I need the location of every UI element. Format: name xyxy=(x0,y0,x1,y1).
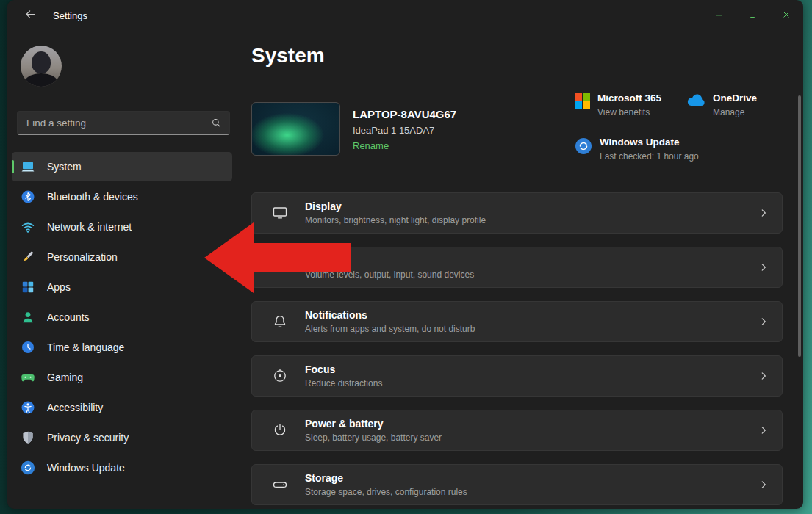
sidebar-item-accessibility[interactable]: Accessibility xyxy=(12,393,232,422)
windows-update-status-icon xyxy=(575,137,592,158)
page-title: System xyxy=(251,44,325,68)
chevron-right-icon xyxy=(758,479,769,490)
sidebar-item-apps[interactable]: Apps xyxy=(12,272,232,302)
sidebar-item-label: Personalization xyxy=(47,251,118,263)
sidebar-nav: System Bluetooth & devices Network & int… xyxy=(12,152,232,483)
back-button[interactable] xyxy=(19,4,41,26)
clock-icon xyxy=(21,340,35,355)
minimize-icon xyxy=(714,10,725,21)
desktop-background: { "titlebar": { "title": "Settings" }, "… xyxy=(0,0,812,514)
sidebar-item-label: Accessibility xyxy=(47,402,103,413)
row-title: Notifications xyxy=(305,309,758,321)
chevron-right-icon xyxy=(758,425,769,435)
sidebar-item-personalization[interactable]: Personalization xyxy=(12,242,232,272)
close-button[interactable] xyxy=(769,0,803,29)
sidebar-item-label: Bluetooth & devices xyxy=(47,191,138,203)
rename-link[interactable]: Rename xyxy=(353,140,456,151)
row-subtitle: Reduce distractions xyxy=(305,378,758,388)
device-info: LAPTOP-8AVU4G67 IdeaPad 1 15ADA7 Rename xyxy=(353,108,456,151)
row-title: Storage xyxy=(305,472,758,484)
close-icon xyxy=(781,10,791,20)
sidebar-item-gaming[interactable]: Gaming xyxy=(12,363,232,392)
scrollbar[interactable] xyxy=(798,95,801,357)
sidebar-item-label: Time & language xyxy=(47,341,124,353)
user-avatar[interactable] xyxy=(21,46,62,87)
system-icon xyxy=(21,159,35,174)
quick-link-subtitle: View benefits xyxy=(597,107,661,117)
brush-icon xyxy=(21,250,35,264)
window-title: Settings xyxy=(53,10,87,21)
sidebar-item-label: Privacy & security xyxy=(47,432,129,444)
sidebar-item-label: Gaming xyxy=(47,372,83,383)
device-name: LAPTOP-8AVU4G67 xyxy=(353,108,456,120)
search-icon[interactable] xyxy=(211,117,222,128)
quick-link-subtitle: Last checked: 1 hour ago xyxy=(600,151,699,162)
selected-accent-pill xyxy=(12,160,14,173)
quick-links: Microsoft 365 View benefits OneDrive Man… xyxy=(575,93,795,162)
display-icon xyxy=(271,204,289,222)
quick-link-microsoft-365[interactable]: Microsoft 365 View benefits xyxy=(575,93,685,117)
quick-link-title: Microsoft 365 xyxy=(597,93,661,104)
quick-link-windows-update[interactable]: Windows Update Last checked: 1 hour ago xyxy=(575,137,685,162)
sidebar-item-label: System xyxy=(47,161,82,173)
quick-link-title: OneDrive xyxy=(713,93,757,104)
sidebar-item-windows-update[interactable]: Windows Update xyxy=(12,453,232,482)
titlebar: Settings xyxy=(7,0,803,31)
sidebar-item-label: Accounts xyxy=(47,311,90,323)
sidebar-item-privacy-security[interactable]: Privacy & security xyxy=(12,423,232,452)
settings-row-storage[interactable]: Storage Storage space, drives, configura… xyxy=(251,464,783,505)
row-subtitle: Monitors, brightness, night light, displ… xyxy=(305,215,758,225)
person-icon xyxy=(21,310,35,325)
row-title: Display xyxy=(305,200,758,212)
back-arrow-icon xyxy=(24,8,37,23)
settings-rows: Display Monitors, brightness, night ligh… xyxy=(251,192,783,505)
sidebar-item-label: Network & internet xyxy=(47,221,132,233)
row-subtitle: Volume levels, output, input, sound devi… xyxy=(305,269,758,280)
row-subtitle: Storage space, drives, configuration rul… xyxy=(305,487,758,497)
minimize-button[interactable] xyxy=(702,0,736,29)
chevron-right-icon xyxy=(758,371,769,381)
shield-icon xyxy=(21,430,35,445)
settings-row-display[interactable]: Display Monitors, brightness, night ligh… xyxy=(251,192,783,234)
search-input[interactable] xyxy=(26,117,211,128)
row-title: Focus xyxy=(305,363,758,375)
sidebar-item-network-internet[interactable]: Network & internet xyxy=(12,212,232,242)
windows-update-icon xyxy=(21,460,35,475)
chevron-right-icon xyxy=(758,316,769,327)
storage-drive-icon xyxy=(271,476,289,493)
sidebar-item-accounts[interactable]: Accounts xyxy=(12,303,232,332)
window-controls xyxy=(702,0,803,29)
chevron-right-icon xyxy=(758,262,769,272)
search-box xyxy=(17,111,230,135)
row-subtitle: Alerts from apps and system, do not dist… xyxy=(305,324,758,334)
settings-row-notifications[interactable]: Notifications Alerts from apps and syste… xyxy=(251,301,783,342)
maximize-button[interactable] xyxy=(736,0,769,29)
chevron-right-icon xyxy=(758,208,769,218)
sidebar-item-time-language[interactable]: Time & language xyxy=(12,333,232,362)
sidebar-item-bluetooth-devices[interactable]: Bluetooth & devices xyxy=(12,182,232,211)
quick-link-title: Windows Update xyxy=(600,137,699,148)
settings-row-sound[interactable]: Sound Volume levels, output, input, soun… xyxy=(251,247,783,288)
sidebar-item-label: Windows Update xyxy=(47,462,125,474)
bluetooth-icon xyxy=(21,189,35,204)
notifications-bell-icon xyxy=(271,313,289,330)
row-subtitle: Sleep, battery usage, battery saver xyxy=(305,432,758,443)
row-title: Power & battery xyxy=(305,418,758,430)
focus-icon xyxy=(271,367,289,385)
sidebar-item-system[interactable]: System xyxy=(12,152,232,181)
settings-window: Settings System xyxy=(7,0,803,509)
settings-row-focus[interactable]: Focus Reduce distractions xyxy=(251,355,783,397)
row-title: Sound xyxy=(305,255,758,267)
settings-row-power-battery[interactable]: Power & battery Sleep, battery usage, ba… xyxy=(251,410,783,451)
sound-icon xyxy=(271,258,289,276)
quick-link-onedrive[interactable]: OneDrive Manage xyxy=(685,93,795,117)
quick-link-subtitle: Manage xyxy=(713,107,757,117)
device-wallpaper-thumbnail xyxy=(251,102,340,156)
onedrive-cloud-icon xyxy=(685,93,705,111)
sidebar-item-label: Apps xyxy=(47,281,71,293)
maximize-icon xyxy=(747,10,758,20)
device-model: IdeaPad 1 15ADA7 xyxy=(353,125,456,136)
game-controller-icon xyxy=(21,370,35,385)
microsoft-365-icon xyxy=(575,93,590,112)
apps-grid-icon xyxy=(21,280,35,294)
